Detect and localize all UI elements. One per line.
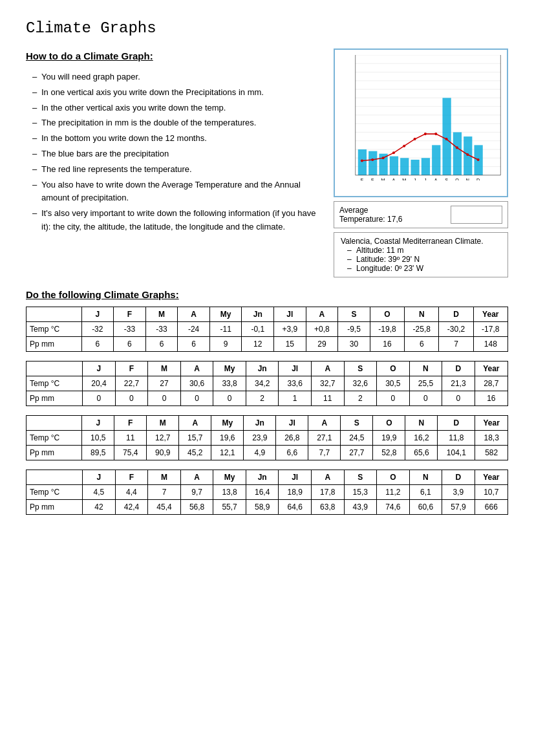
table-header: N: [405, 416, 438, 431]
svg-point-60: [466, 153, 469, 156]
table-header: F: [114, 416, 147, 431]
table-header: Year: [475, 416, 508, 431]
table-header: S: [344, 470, 377, 485]
table-header: [27, 416, 82, 431]
table-cell: 0: [409, 391, 442, 406]
table-cell: 2: [344, 391, 377, 406]
table-header: My: [211, 416, 244, 431]
table-header: M: [147, 416, 179, 431]
table-row: Pp mm000002111200016: [27, 391, 508, 406]
right-panel: 0 10 20 30 40 50 60 70 80 90 100 110 120…: [334, 49, 508, 277]
table-cell: -24: [178, 322, 210, 337]
table-cell: 12,1: [211, 446, 244, 460]
table-cell: 19,6: [211, 431, 244, 446]
table-cell: 28,7: [475, 376, 507, 391]
table-cell: 30: [338, 337, 370, 352]
svg-point-57: [434, 133, 437, 135]
table-cell: 666: [475, 500, 507, 515]
table-cell: 104,1: [438, 446, 475, 460]
svg-text:F: F: [371, 178, 374, 180]
table-cell: 0: [213, 391, 246, 406]
table-header: M: [145, 307, 178, 322]
annual-precip-box: [451, 206, 502, 224]
table-cell: 0: [83, 391, 116, 406]
svg-text:J: J: [424, 178, 427, 180]
table-cell: Temp °C: [27, 322, 82, 337]
table-cell: 15,3: [344, 485, 377, 500]
table-cell: 13,8: [213, 485, 246, 500]
instruction-item: In the bottom you write down the 12 mont…: [32, 132, 321, 146]
svg-text:N: N: [466, 178, 469, 180]
table-header: Jl: [279, 470, 312, 485]
svg-rect-45: [432, 145, 440, 175]
svg-text:O: O: [455, 178, 459, 180]
table-cell: 27: [148, 376, 181, 391]
table-cell: -33: [145, 322, 178, 337]
table-cell: -9,5: [338, 322, 370, 337]
table-cell: Pp mm: [27, 500, 83, 515]
table-cell: 33,6: [279, 376, 312, 391]
instruction-item: It's also very important to write down t…: [32, 207, 321, 234]
table-cell: 45,4: [148, 500, 181, 515]
table-cell: 17,8: [311, 485, 344, 500]
table-header: O: [377, 470, 410, 485]
table-header: Year: [475, 362, 507, 376]
table-cell: 6: [81, 337, 114, 352]
table-cell: 23,9: [244, 431, 276, 446]
table-cell: 42: [83, 500, 116, 515]
table-cell: -0,1: [242, 322, 274, 337]
table-header: S: [341, 416, 373, 431]
svg-rect-43: [411, 160, 419, 175]
table-header: M: [148, 362, 181, 376]
table-cell: 16: [370, 337, 404, 352]
table-cell: 43,9: [344, 500, 377, 515]
instruction-item: The red line represents the temperature.: [32, 163, 321, 177]
location-item: Latitude: 39º 29' N: [347, 255, 501, 264]
svg-point-54: [403, 145, 405, 147]
table-header: A: [311, 362, 344, 376]
table-cell: 7,7: [308, 446, 341, 460]
table-cell: 12: [242, 337, 274, 352]
table-cell: 11,8: [438, 431, 475, 446]
table-header: N: [405, 307, 439, 322]
table-header: N: [409, 362, 442, 376]
table-header: J: [83, 470, 116, 485]
instructions-list: You will need graph paper.In one vertica…: [26, 70, 321, 234]
table-cell: 27,7: [341, 446, 373, 460]
table-cell: 4,5: [83, 485, 116, 500]
table-header: [27, 470, 83, 485]
table-header: O: [377, 362, 410, 376]
table-cell: 7: [439, 337, 473, 352]
table-cell: 27,1: [308, 431, 341, 446]
table-cell: 6,6: [276, 446, 308, 460]
table-row: Temp °C4,54,479,713,816,418,917,815,311,…: [27, 485, 508, 500]
location-list: Altitude: 11 mLatitude: 39º 29' NLongitu…: [341, 246, 501, 273]
table-cell: 57,9: [442, 500, 475, 515]
table-header: A: [180, 362, 213, 376]
svg-rect-41: [390, 157, 398, 175]
table-header: Jl: [274, 307, 306, 322]
instruction-item: The precipitation in mm is the double of…: [32, 116, 321, 130]
table-header: My: [213, 470, 246, 485]
svg-text:M: M: [381, 178, 385, 180]
table-header: My: [213, 362, 246, 376]
table-header: J: [81, 307, 114, 322]
table-cell: 582: [475, 446, 508, 460]
svg-point-51: [371, 158, 374, 161]
table-cell: 52,8: [373, 446, 405, 460]
table-cell: 26,8: [276, 431, 308, 446]
table-cell: 30,6: [180, 376, 213, 391]
table-header: [27, 307, 82, 322]
table-row: Temp °C-32-33-33-24-11-0,1+3,9+0,8-9,5-1…: [27, 322, 508, 337]
svg-text:J: J: [414, 178, 416, 180]
table-header: Jn: [242, 307, 274, 322]
instruction-item: In one vertical axis you write down the …: [32, 86, 321, 100]
location-info-box: Valencia, Coastal Mediterranean Climate.…: [334, 232, 508, 277]
table-cell: 45,2: [179, 446, 211, 460]
table-cell: 4,9: [244, 446, 276, 460]
table-cell: 18,9: [279, 485, 312, 500]
table-cell: 12,7: [147, 431, 179, 446]
climate-table-1: JFMAMyJnJlASONDYear Temp °C-32-33-33-24-…: [26, 307, 508, 352]
svg-text:S: S: [445, 178, 448, 180]
svg-rect-39: [368, 151, 377, 175]
